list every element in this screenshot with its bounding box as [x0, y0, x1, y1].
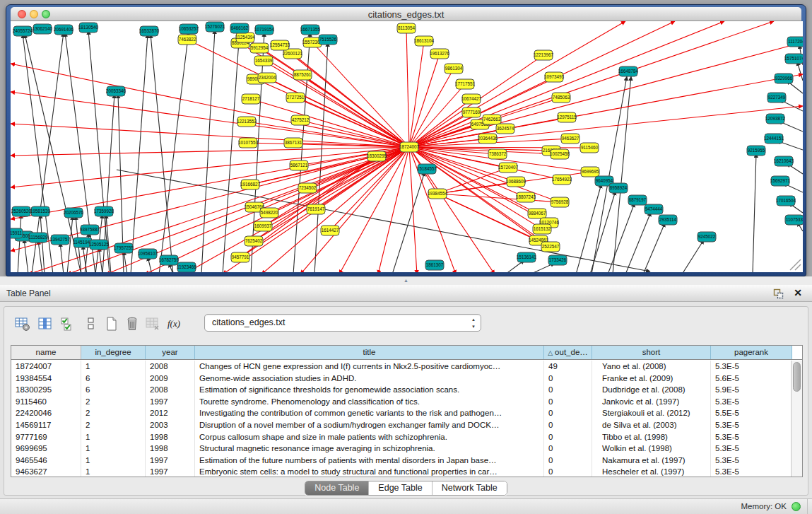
table-cell[interactable]: 0 — [544, 373, 592, 385]
table-cell[interactable]: 0 — [544, 396, 592, 408]
table-cell[interactable]: 1998 — [146, 431, 195, 443]
window-titlebar[interactable]: citations_edges.txt — [11, 7, 801, 21]
network-node[interactable]: 3915911 — [11, 228, 23, 238]
table-cell[interactable]: 5.3E-5 — [711, 466, 792, 477]
table-cell[interactable]: 0 — [544, 431, 592, 443]
network-node[interactable]: 10674427 — [461, 94, 482, 104]
table-cell[interactable]: 0 — [544, 466, 592, 477]
network-edge-red[interactable] — [28, 147, 409, 272]
table-cell[interactable]: 1997 — [146, 396, 195, 408]
network-node[interactable]: 12093872 — [765, 114, 786, 124]
network-node[interactable]: 6466162 — [230, 23, 249, 33]
table-row[interactable]: 977716911998Corpus callosum shape and si… — [11, 431, 791, 443]
network-node[interactable]: 18300295 — [367, 151, 387, 161]
network-node[interactable]: 10719154 — [254, 25, 275, 35]
table-cell[interactable]: 1997 — [146, 455, 195, 467]
table-scrollbar[interactable] — [791, 361, 802, 477]
network-node[interactable]: 13942757 — [50, 235, 71, 245]
network-node[interactable]: 9227349 — [767, 93, 786, 103]
table-row[interactable]: 911546021997Tourette syndrome. Phenomeno… — [11, 396, 791, 408]
new-document-button[interactable] — [102, 313, 122, 334]
network-node[interactable]: 20206576 — [64, 208, 84, 218]
network-node[interactable]: 5498220 — [260, 208, 278, 218]
network-node[interactable]: 12213553 — [237, 117, 257, 127]
table-cell[interactable]: 5.3E-5 — [711, 455, 792, 467]
table-cell[interactable]: de Silva et al. (2003) — [592, 419, 711, 431]
network-node[interactable]: 7386372 — [488, 149, 507, 159]
table-cell[interactable]: 49 — [544, 361, 592, 373]
network-node[interactable]: 3624574 — [496, 124, 514, 134]
network-edge-black[interactable] — [293, 33, 310, 272]
network-edge-red[interactable] — [409, 99, 471, 147]
network-node[interactable]: 9329966 — [775, 74, 793, 83]
table-cell[interactable]: 1 — [81, 361, 146, 373]
table-cell[interactable]: 2008 — [146, 361, 195, 373]
network-edge-black[interactable] — [392, 172, 425, 272]
table-row[interactable]: 1830029562008Estimation of significance … — [11, 384, 791, 396]
network-edge-black[interactable] — [625, 212, 651, 272]
network-node[interactable]: 12975115 — [557, 112, 577, 122]
table-cell[interactable]: 19384554 — [11, 373, 81, 385]
table-cell[interactable]: 5.3E-5 — [711, 361, 792, 373]
network-edge-red[interactable] — [264, 61, 409, 147]
table-cell[interactable]: Estimation of the future numbers of pati… — [195, 455, 544, 467]
table-cell[interactable]: 2012 — [146, 407, 195, 419]
network-edge-red[interactable] — [295, 98, 409, 147]
rows-button[interactable] — [81, 313, 100, 334]
tab-network-table[interactable]: Network Table — [433, 481, 507, 495]
network-node[interactable]: 12444151 — [764, 134, 784, 144]
table-cell[interactable]: Jankovic et al. (1997) — [592, 396, 711, 408]
network-edge-red[interactable] — [409, 41, 424, 147]
network-node[interactable]: 17016504 — [776, 196, 796, 206]
table-row[interactable]: 1938455462009Genome-wide association stu… — [11, 373, 791, 385]
table-cell[interactable]: 6 — [81, 373, 146, 385]
network-selector-dropdown[interactable]: citations_edges.txt ▲▼ — [204, 314, 481, 332]
table-row[interactable]: 969969511998Structural magnetic resonanc… — [11, 443, 791, 455]
network-node[interactable]: 2727251 — [286, 93, 305, 103]
table-cell[interactable]: 18724007 — [11, 361, 81, 373]
network-node[interactable]: 9463627 — [561, 134, 579, 144]
network-node[interactable]: 15136141 — [517, 252, 537, 262]
table-cell[interactable]: Corpus callosum shape and size in male p… — [195, 431, 544, 443]
table-cell[interactable]: 14569117 — [11, 419, 81, 431]
float-panel-icon[interactable] — [773, 288, 784, 299]
table-cell[interactable]: 5.6E-5 — [711, 373, 792, 385]
network-edge-red[interactable] — [269, 147, 409, 213]
network-edge-red[interactable] — [251, 99, 409, 147]
table-cell[interactable]: 9463627 — [11, 466, 81, 477]
network-node[interactable]: 9777169 — [462, 107, 481, 117]
import-table-disabled-button[interactable] — [143, 313, 163, 334]
table-cell[interactable]: Wolkin et al. (1998) — [592, 443, 711, 455]
column-header-short[interactable]: short — [592, 346, 711, 359]
network-node[interactable]: 1733426 — [548, 255, 567, 265]
network-edge-black[interactable] — [576, 184, 601, 272]
network-node[interactable]: 10958107 — [138, 249, 158, 259]
table-cell[interactable]: 0 — [544, 384, 592, 396]
table-cell[interactable]: Tourette syndrome. Phenomenology and cla… — [195, 396, 544, 408]
network-canvas[interactable]: 1872400718300295193845549699695746382288… — [11, 21, 803, 272]
table-row[interactable]: 946554611997Estimation of the future num… — [11, 455, 791, 467]
table-cell[interactable]: 5.3E-5 — [711, 419, 792, 431]
table-cell[interactable]: Investigating the contribution of common… — [195, 407, 544, 419]
table-cell[interactable]: Dudbridge et al. (2008) — [592, 384, 711, 396]
table-cell[interactable]: Stergiakouli et al. (2012) — [592, 407, 711, 419]
network-node[interactable]: 7625402 — [245, 236, 263, 246]
network-node[interactable]: 7619147 — [307, 204, 325, 214]
table-cell[interactable]: 1 — [81, 443, 146, 455]
column-header-out_de[interactable]: △out_de… — [544, 346, 592, 359]
table-cell[interactable]: 5.3E-5 — [711, 431, 792, 443]
table-cell[interactable]: Genome-wide association studies in ADHD. — [195, 373, 544, 385]
network-node[interactable]: 10107553 — [238, 138, 259, 148]
network-edge-black[interactable] — [99, 247, 102, 272]
table-cell[interactable]: 0 — [544, 419, 592, 431]
table-cell[interactable]: 1997 — [146, 466, 195, 477]
network-node[interactable]: 17654923 — [552, 175, 572, 185]
table-cell[interactable]: 0 — [544, 455, 592, 467]
table-cell[interactable]: 5.9E-5 — [711, 384, 792, 396]
column-header-in_degree[interactable]: in_degree — [81, 346, 146, 359]
table-row[interactable]: 1872400712008Changes of HCN gene express… — [11, 361, 791, 373]
network-node[interactable]: 24055724 — [13, 26, 33, 36]
network-node[interactable]: 18724007 — [399, 142, 420, 152]
network-node[interactable]: 11923466 — [177, 262, 196, 272]
network-node[interactable]: 15184557 — [417, 164, 437, 174]
